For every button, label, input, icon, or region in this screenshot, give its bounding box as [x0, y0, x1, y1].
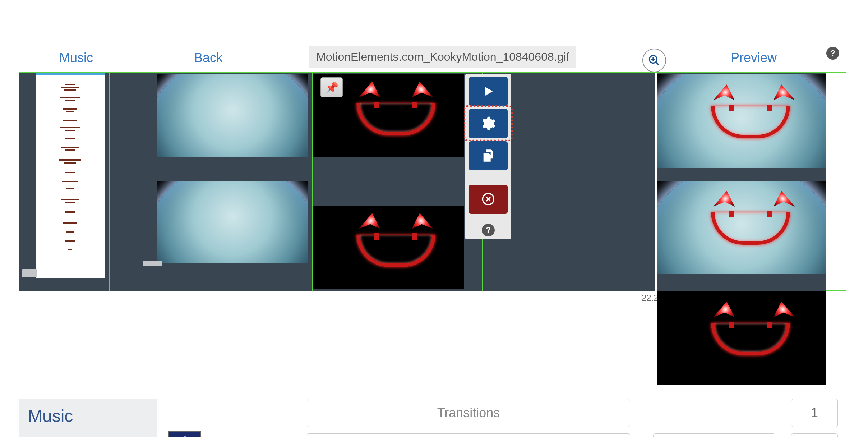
- transitions-button[interactable]: Transitions: [307, 399, 630, 427]
- count-box[interactable]: 1: [791, 399, 838, 427]
- evil-face-icon: [715, 191, 794, 252]
- back-clip-frame[interactable]: [157, 181, 308, 263]
- play-icon: [481, 84, 495, 98]
- earth-image-icon: [157, 181, 308, 263]
- gear-icon: [481, 116, 496, 131]
- preview-frame[interactable]: [657, 181, 826, 274]
- transitions-label: Transitions: [437, 405, 500, 420]
- music-header: Music: [59, 50, 93, 65]
- settings-button[interactable]: [469, 109, 508, 138]
- timeline: 📌 0 5 10 1: [19, 72, 846, 291]
- zoom-button[interactable]: [642, 49, 666, 72]
- editor-viewport: Music Back MotionElements.com_KookyMotio…: [0, 0, 868, 437]
- preview-frame[interactable]: [657, 291, 826, 385]
- empty-bar[interactable]: [307, 433, 630, 437]
- back-clip-frame[interactable]: [157, 74, 308, 157]
- filename-tag: MotionElements.com_KookyMotion_10840608.…: [309, 46, 576, 68]
- back-header: Back: [194, 50, 223, 65]
- close-icon: [482, 193, 494, 205]
- svg-line-1: [656, 62, 659, 65]
- back-clip-thumbnail[interactable]: [168, 431, 201, 437]
- music-track[interactable]: [19, 73, 109, 291]
- evil-face-icon: [360, 82, 432, 139]
- evil-face-icon: [715, 302, 794, 363]
- pin-icon: 📌: [325, 81, 338, 94]
- preview-header: Preview: [731, 50, 777, 65]
- empty-bar[interactable]: [653, 433, 775, 437]
- music-clip[interactable]: [36, 73, 105, 278]
- count-value: 1: [811, 405, 818, 420]
- preview-frame[interactable]: [657, 74, 826, 168]
- preview-track: [657, 73, 826, 291]
- music-scroll-handle[interactable]: [22, 269, 37, 277]
- earth-image-icon: [157, 74, 308, 157]
- duplicate-icon: [481, 148, 495, 163]
- help-button-top[interactable]: ?: [826, 47, 839, 60]
- empty-bar[interactable]: [791, 433, 838, 437]
- zoom-in-icon: [648, 54, 661, 67]
- toolbar-help-button[interactable]: ?: [482, 224, 495, 236]
- play-button[interactable]: [469, 77, 508, 106]
- help-icon: ?: [830, 49, 835, 58]
- waveform-icon: [41, 80, 99, 256]
- back-track[interactable]: [109, 73, 312, 291]
- section-label: Music: [28, 406, 73, 426]
- help-icon: ?: [486, 225, 490, 235]
- evil-face-icon: [715, 84, 794, 146]
- section-back-button[interactable]: Back: [19, 431, 157, 437]
- duplicate-button[interactable]: [469, 141, 508, 170]
- front-track-selected[interactable]: 📌: [312, 73, 483, 291]
- bottom-panel: Music Transitions 1 Back: [19, 399, 846, 437]
- evil-face-icon: [360, 213, 432, 271]
- delete-button[interactable]: [469, 185, 508, 214]
- front-clip-frame[interactable]: [313, 206, 464, 289]
- pin-button[interactable]: 📌: [320, 77, 343, 97]
- section-music-button[interactable]: Music: [19, 399, 157, 433]
- back-scroll-handle[interactable]: [143, 261, 162, 266]
- clip-toolbar: ?: [465, 74, 511, 239]
